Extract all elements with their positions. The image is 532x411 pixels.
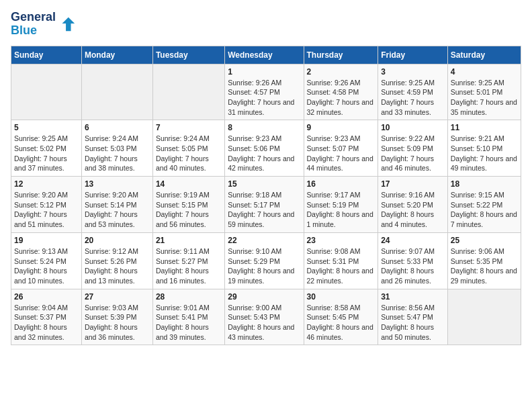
calendar-cell: 19Sunrise: 9:13 AMSunset: 5:24 PMDayligh… xyxy=(11,232,82,289)
day-info: Sunrise: 9:24 AMSunset: 5:05 PMDaylight:… xyxy=(156,134,222,173)
calendar-cell: 27Sunrise: 9:03 AMSunset: 5:39 PMDayligh… xyxy=(81,289,152,345)
day-info: Sunrise: 9:08 AMSunset: 5:31 PMDaylight:… xyxy=(307,246,375,286)
calendar-cell: 14Sunrise: 9:19 AMSunset: 5:15 PMDayligh… xyxy=(152,177,224,233)
day-info: Sunrise: 9:23 AMSunset: 5:06 PMDaylight:… xyxy=(228,134,300,173)
calendar-cell: 15Sunrise: 9:18 AMSunset: 5:17 PMDayligh… xyxy=(225,177,304,233)
day-number: 8 xyxy=(228,123,300,132)
calendar-cell: 4Sunrise: 9:25 AMSunset: 5:01 PMDaylight… xyxy=(447,64,521,120)
day-number: 17 xyxy=(381,179,445,189)
calendar-cell: 23Sunrise: 9:08 AMSunset: 5:31 PMDayligh… xyxy=(304,232,378,289)
day-number: 14 xyxy=(156,179,222,189)
day-info: Sunrise: 9:25 AMSunset: 5:02 PMDaylight:… xyxy=(14,134,79,173)
weekday-header-sunday: Sunday xyxy=(11,46,82,64)
day-number: 31 xyxy=(381,292,445,302)
calendar-cell: 28Sunrise: 9:01 AMSunset: 5:41 PMDayligh… xyxy=(152,289,224,345)
weekday-header-friday: Friday xyxy=(378,46,448,64)
day-number: 15 xyxy=(228,179,300,189)
day-info: Sunrise: 9:10 AMSunset: 5:29 PMDaylight:… xyxy=(228,246,300,286)
calendar-cell: 20Sunrise: 9:12 AMSunset: 5:26 PMDayligh… xyxy=(81,232,152,289)
calendar-cell: 2Sunrise: 9:26 AMSunset: 4:58 PMDaylight… xyxy=(304,64,378,120)
day-number: 10 xyxy=(381,123,445,132)
day-info: Sunrise: 9:21 AMSunset: 5:10 PMDaylight:… xyxy=(451,134,518,173)
day-number: 2 xyxy=(307,67,375,77)
day-number: 18 xyxy=(451,179,518,189)
day-info: Sunrise: 9:23 AMSunset: 5:07 PMDaylight:… xyxy=(307,134,375,173)
calendar-cell: 25Sunrise: 9:06 AMSunset: 5:35 PMDayligh… xyxy=(447,232,521,289)
page-header: GeneralBlue xyxy=(11,11,521,38)
calendar-cell: 30Sunrise: 8:58 AMSunset: 5:45 PMDayligh… xyxy=(304,289,378,345)
day-info: Sunrise: 9:25 AMSunset: 5:01 PMDaylight:… xyxy=(451,78,518,118)
day-number: 11 xyxy=(451,123,518,132)
day-number: 6 xyxy=(85,123,150,132)
day-number: 3 xyxy=(381,67,445,77)
calendar-cell xyxy=(152,64,224,120)
day-info: Sunrise: 9:26 AMSunset: 4:58 PMDaylight:… xyxy=(307,78,375,118)
calendar-cell: 26Sunrise: 9:04 AMSunset: 5:37 PMDayligh… xyxy=(11,289,82,345)
calendar-cell: 17Sunrise: 9:16 AMSunset: 5:20 PMDayligh… xyxy=(378,177,448,233)
calendar-cell: 24Sunrise: 9:07 AMSunset: 5:33 PMDayligh… xyxy=(378,232,448,289)
day-info: Sunrise: 9:12 AMSunset: 5:26 PMDaylight:… xyxy=(85,246,150,286)
day-info: Sunrise: 9:11 AMSunset: 5:27 PMDaylight:… xyxy=(156,246,222,286)
day-number: 29 xyxy=(228,292,300,302)
day-number: 24 xyxy=(381,236,445,245)
svg-marker-0 xyxy=(62,17,75,32)
day-info: Sunrise: 9:00 AMSunset: 5:43 PMDaylight:… xyxy=(228,303,300,342)
day-number: 7 xyxy=(156,123,222,132)
calendar-cell: 22Sunrise: 9:10 AMSunset: 5:29 PMDayligh… xyxy=(225,232,304,289)
day-info: Sunrise: 8:58 AMSunset: 5:45 PMDaylight:… xyxy=(307,303,375,342)
day-info: Sunrise: 9:07 AMSunset: 5:33 PMDaylight:… xyxy=(381,246,445,286)
calendar-cell: 1Sunrise: 9:26 AMSunset: 4:57 PMDaylight… xyxy=(225,64,304,120)
calendar-cell: 21Sunrise: 9:11 AMSunset: 5:27 PMDayligh… xyxy=(152,232,224,289)
day-number: 20 xyxy=(85,236,150,245)
day-info: Sunrise: 9:26 AMSunset: 4:57 PMDaylight:… xyxy=(228,78,300,118)
weekday-header-saturday: Saturday xyxy=(447,46,521,64)
day-number: 16 xyxy=(307,179,375,189)
day-number: 1 xyxy=(228,67,300,77)
weekday-header-thursday: Thursday xyxy=(304,46,378,64)
day-info: Sunrise: 9:20 AMSunset: 5:12 PMDaylight:… xyxy=(14,190,79,230)
calendar-cell: 11Sunrise: 9:21 AMSunset: 5:10 PMDayligh… xyxy=(447,120,521,177)
day-number: 9 xyxy=(307,123,375,132)
calendar-cell: 13Sunrise: 9:20 AMSunset: 5:14 PMDayligh… xyxy=(81,177,152,233)
calendar-cell: 8Sunrise: 9:23 AMSunset: 5:06 PMDaylight… xyxy=(225,120,304,177)
day-number: 26 xyxy=(14,292,79,302)
day-info: Sunrise: 8:56 AMSunset: 5:47 PMDaylight:… xyxy=(381,303,445,342)
day-info: Sunrise: 9:25 AMSunset: 4:59 PMDaylight:… xyxy=(381,78,445,118)
day-number: 12 xyxy=(14,179,79,189)
calendar-cell: 9Sunrise: 9:23 AMSunset: 5:07 PMDaylight… xyxy=(304,120,378,177)
day-info: Sunrise: 9:16 AMSunset: 5:20 PMDaylight:… xyxy=(381,190,445,230)
calendar-cell: 12Sunrise: 9:20 AMSunset: 5:12 PMDayligh… xyxy=(11,177,82,233)
day-info: Sunrise: 9:20 AMSunset: 5:14 PMDaylight:… xyxy=(85,190,150,230)
calendar-cell: 7Sunrise: 9:24 AMSunset: 5:05 PMDaylight… xyxy=(152,120,224,177)
calendar-cell: 5Sunrise: 9:25 AMSunset: 5:02 PMDaylight… xyxy=(11,120,82,177)
calendar-cell: 16Sunrise: 9:17 AMSunset: 5:19 PMDayligh… xyxy=(304,177,378,233)
day-number: 5 xyxy=(14,123,79,132)
day-number: 22 xyxy=(228,236,300,245)
day-number: 28 xyxy=(156,292,222,302)
day-info: Sunrise: 9:24 AMSunset: 5:03 PMDaylight:… xyxy=(85,134,150,173)
weekday-header-monday: Monday xyxy=(81,46,152,64)
day-number: 21 xyxy=(156,236,222,245)
calendar-cell: 10Sunrise: 9:22 AMSunset: 5:09 PMDayligh… xyxy=(378,120,448,177)
day-number: 30 xyxy=(307,292,375,302)
day-info: Sunrise: 9:18 AMSunset: 5:17 PMDaylight:… xyxy=(228,190,300,230)
logo-icon xyxy=(57,15,76,34)
weekday-header-tuesday: Tuesday xyxy=(152,46,224,64)
calendar-cell xyxy=(11,64,82,120)
day-info: Sunrise: 9:17 AMSunset: 5:19 PMDaylight:… xyxy=(307,190,375,230)
day-number: 19 xyxy=(14,236,79,245)
day-info: Sunrise: 9:06 AMSunset: 5:35 PMDaylight:… xyxy=(451,246,518,286)
calendar-cell: 3Sunrise: 9:25 AMSunset: 4:59 PMDaylight… xyxy=(378,64,448,120)
calendar-cell xyxy=(447,289,521,345)
day-number: 13 xyxy=(85,179,150,189)
calendar-cell: 18Sunrise: 9:15 AMSunset: 5:22 PMDayligh… xyxy=(447,177,521,233)
day-info: Sunrise: 9:03 AMSunset: 5:39 PMDaylight:… xyxy=(85,303,150,342)
day-info: Sunrise: 9:04 AMSunset: 5:37 PMDaylight:… xyxy=(14,303,79,342)
calendar-cell: 29Sunrise: 9:00 AMSunset: 5:43 PMDayligh… xyxy=(225,289,304,345)
day-number: 25 xyxy=(451,236,518,245)
day-number: 23 xyxy=(307,236,375,245)
day-number: 4 xyxy=(451,67,518,77)
day-info: Sunrise: 9:22 AMSunset: 5:09 PMDaylight:… xyxy=(381,134,445,173)
calendar-cell: 31Sunrise: 8:56 AMSunset: 5:47 PMDayligh… xyxy=(378,289,448,345)
day-info: Sunrise: 9:19 AMSunset: 5:15 PMDaylight:… xyxy=(156,190,222,230)
